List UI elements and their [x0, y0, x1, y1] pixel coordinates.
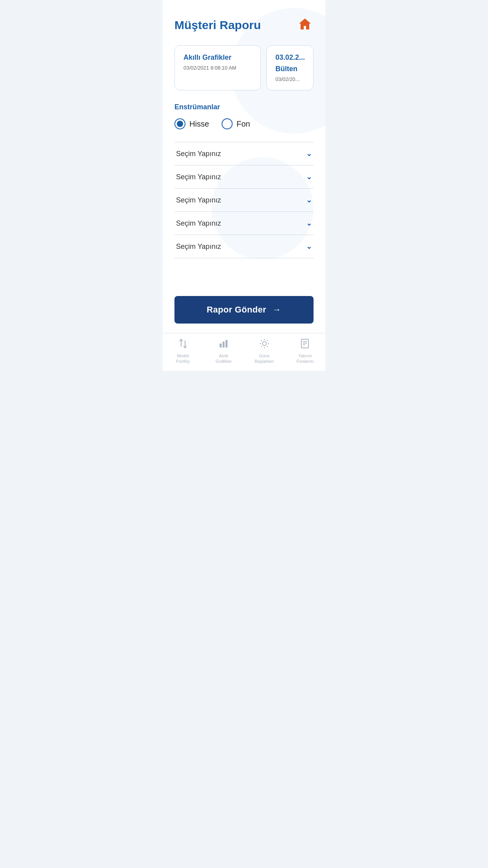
content-spacer — [174, 258, 314, 282]
svg-line-11 — [267, 346, 268, 347]
chevron-down-icon-4: ⌄ — [306, 219, 312, 228]
svg-rect-3 — [223, 342, 225, 348]
document-list-icon — [299, 338, 310, 351]
svg-line-13 — [261, 346, 262, 347]
card-bulten[interactable]: 03.02.2... Bülten 03/02/20... — [266, 45, 314, 90]
radio-fon[interactable]: Fon — [222, 118, 250, 129]
svg-line-12 — [267, 340, 268, 341]
send-button-container: Rapor Gönder → — [163, 290, 325, 333]
dropdown-2-label: Seçim Yapınız — [176, 173, 221, 181]
nav-model-portfoy-label: ModelPortföy — [176, 353, 190, 364]
radio-fon-label: Fon — [237, 120, 250, 129]
svg-rect-14 — [301, 339, 308, 348]
card-2-date: 03/02/20... — [275, 76, 305, 82]
nav-akilli-grafikler[interactable]: AkıllıGrafikler — [204, 338, 244, 364]
dropdown-5-label: Seçim Yapınız — [176, 243, 221, 251]
dropdown-1-label: Seçim Yapınız — [176, 150, 221, 158]
nav-akilli-grafikler-label: AkıllıGrafikler — [215, 353, 232, 364]
radio-hisse[interactable]: Hisse — [174, 118, 209, 129]
card-2-subtitle: Bülten — [275, 65, 305, 73]
chevron-down-icon-5: ⌄ — [306, 242, 312, 251]
instrument-radio-group: Hisse Fon — [174, 118, 314, 129]
dropdowns-list: Seçim Yapınız ⌄ Seçim Yapınız ⌄ Seçim Ya… — [174, 142, 314, 258]
radio-fon-outer — [222, 118, 233, 129]
header: Müşteri Raporu — [174, 16, 314, 34]
nav-gune-baslarken[interactable]: GüneBaşlarken — [244, 338, 285, 364]
nav-model-portfoy[interactable]: ModelPortföy — [163, 338, 204, 364]
dropdown-1[interactable]: Seçim Yapınız ⌄ — [174, 142, 314, 166]
nav-gune-baslarken-label: GüneBaşlarken — [255, 353, 274, 364]
bar-chart-icon — [218, 338, 229, 351]
cards-row: Akıllı Grafikler 03/02/2021 8:08:10 AM 0… — [174, 45, 314, 90]
svg-rect-2 — [220, 344, 222, 348]
card-1-title: Akıllı Grafikler — [183, 53, 252, 62]
radio-hisse-inner — [177, 121, 183, 127]
svg-point-5 — [262, 342, 266, 346]
send-report-button[interactable]: Rapor Gönder → — [174, 296, 314, 324]
card-akilli-grafikler[interactable]: Akıllı Grafikler 03/02/2021 8:08:10 AM — [174, 45, 261, 90]
updown-arrows-icon — [178, 338, 189, 351]
dropdown-5[interactable]: Seçim Yapınız ⌄ — [174, 235, 314, 258]
dropdown-4[interactable]: Seçim Yapınız ⌄ — [174, 212, 314, 235]
sun-icon — [259, 338, 270, 351]
chevron-down-icon-3: ⌄ — [306, 196, 312, 204]
dropdown-3-label: Seçim Yapınız — [176, 196, 221, 204]
radio-hisse-label: Hisse — [189, 120, 209, 129]
chevron-down-icon-2: ⌄ — [306, 173, 312, 181]
card-1-date: 03/02/2021 8:08:10 AM — [183, 65, 252, 71]
home-icon — [298, 19, 312, 33]
dropdown-2[interactable]: Seçim Yapınız ⌄ — [174, 166, 314, 189]
card-2-title: 03.02.2... — [275, 53, 305, 62]
send-button-label: Rapor Gönder — [207, 305, 266, 315]
radio-hisse-outer — [174, 118, 185, 129]
chevron-down-icon-1: ⌄ — [306, 149, 312, 158]
dropdown-3[interactable]: Seçim Yapınız ⌄ — [174, 189, 314, 212]
dropdown-4-label: Seçim Yapınız — [176, 219, 221, 228]
svg-line-10 — [261, 340, 262, 341]
instruments-section-label: Enstrümanlar — [174, 103, 314, 111]
nav-yatirim-fonlarim-label: YatırımFonlarım — [297, 353, 314, 364]
bottom-nav: ModelPortföy AkıllıGrafikler — [163, 333, 325, 371]
page-title: Müşteri Raporu — [174, 18, 261, 32]
send-arrow-icon: → — [273, 305, 281, 315]
home-button[interactable] — [296, 16, 314, 34]
nav-yatirim-fonlarim[interactable]: YatırımFonlarım — [285, 338, 326, 364]
svg-rect-4 — [226, 340, 227, 348]
